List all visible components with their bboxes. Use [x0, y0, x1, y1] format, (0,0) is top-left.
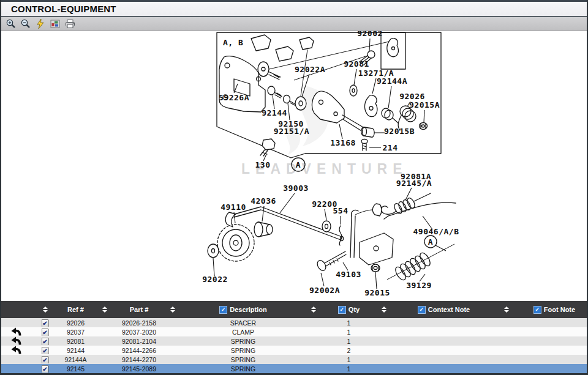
exploded-parts-diagram: A, B 920029208192022A13271/A92144A920269…: [1, 31, 588, 301]
part-label-49046-A-B[interactable]: 49046/A/B: [413, 227, 459, 236]
hotspots-icon[interactable]: [50, 18, 61, 29]
sort-icon[interactable]: [504, 306, 509, 313]
cell-arrow[interactable]: [1, 336, 31, 346]
part-label-92144A[interactable]: 92144A: [377, 76, 407, 86]
cell-select[interactable]: ✔: [31, 347, 59, 354]
part-gear-49110: [217, 225, 254, 261]
part-label-92015A[interactable]: 92015A: [409, 100, 440, 110]
part-label-92015B[interactable]: 92015B: [384, 127, 415, 136]
cell-qty: 1: [326, 338, 372, 345]
column-header-part[interactable]: Part #: [118, 306, 160, 313]
part-nut-92015: [371, 264, 380, 272]
cell-select[interactable]: ✔: [31, 329, 59, 336]
column-checkbox-qty[interactable]: ✓: [338, 306, 346, 314]
row-checkbox-icon[interactable]: ✔: [42, 347, 48, 354]
column-checkbox-context-note[interactable]: ✓: [418, 306, 426, 314]
part-screw-92144: [268, 86, 282, 98]
part-pedal-assembly: [350, 210, 393, 265]
sort-icon[interactable]: [170, 306, 175, 313]
row-checkbox-icon[interactable]: ✔: [42, 329, 48, 336]
print-icon[interactable]: [64, 18, 75, 29]
part-label-92144[interactable]: 92144: [262, 108, 287, 117]
part-label-92022A[interactable]: 92022A: [295, 65, 325, 74]
column-header-description[interactable]: ✓ Description: [185, 306, 301, 314]
cell-part: 92144-2270: [118, 356, 160, 363]
part-hook-13271: [364, 95, 377, 117]
cell-select[interactable]: ✔: [31, 319, 59, 327]
part-washer-92081: [350, 85, 357, 96]
part-bolt-130: [260, 139, 275, 156]
row-checkbox-icon[interactable]: ✔: [42, 319, 48, 327]
svg-text:A: A: [296, 160, 301, 169]
part-nut-92015A: [420, 123, 428, 130]
zoom-in-icon[interactable]: [6, 18, 17, 29]
cell-select[interactable]: ✔: [31, 338, 59, 345]
table-row[interactable]: ✔9203792037-2020CLAMP1: [1, 327, 587, 336]
part-label-92151-A[interactable]: 92151/A: [274, 127, 309, 136]
part-label-59226A[interactable]: 59226A: [219, 93, 249, 102]
part-label-49110[interactable]: 49110: [221, 202, 246, 212]
column-header-qty[interactable]: ✓ Qty: [326, 306, 372, 314]
part-label-92145-A[interactable]: 92145/A: [396, 179, 432, 188]
table-row[interactable]: ✔92144A92144-2270SPRING1: [1, 355, 587, 364]
link-arrow-icon[interactable]: [9, 346, 23, 355]
part-label-92081[interactable]: 92081: [344, 59, 369, 69]
cell-select[interactable]: ✔: [31, 356, 59, 363]
zoom-out-icon[interactable]: [20, 18, 31, 29]
part-label-130[interactable]: 130: [255, 160, 271, 169]
part-label-92002A[interactable]: 92002A: [309, 286, 340, 295]
cell-description: CLAMP: [185, 329, 301, 336]
cell-ref: 92037: [59, 329, 92, 336]
part-collar-42036: [254, 222, 273, 237]
part-screw-92150: [284, 95, 296, 106]
part-pin-554: [339, 226, 342, 245]
cell-ref: 92081: [59, 338, 92, 345]
table-row[interactable]: ✔9208192081-2104SPRING1: [1, 336, 587, 346]
row-checkbox-icon[interactable]: ✔: [42, 356, 48, 363]
link-arrow-icon[interactable]: [9, 336, 23, 346]
part-washer-92022A: [295, 97, 306, 110]
lightning-icon[interactable]: [35, 18, 46, 29]
table-header: Ref # Part # ✓ Description ✓ Qty ✓ Conte…: [1, 301, 587, 318]
part-label-92022[interactable]: 92022: [202, 275, 228, 284]
sort-icon[interactable]: [382, 306, 386, 313]
cell-arrow[interactable]: [1, 327, 31, 336]
parts-table-body: ✔9202692026-2158SPACER1✔9203792037-2020C…: [1, 318, 587, 373]
part-label-39129[interactable]: 39129: [406, 281, 432, 290]
cell-qty: 1: [326, 365, 372, 373]
table-row[interactable]: ✔9202692026-2158SPACER1: [1, 318, 587, 327]
link-arrow-icon[interactable]: [9, 327, 23, 336]
column-checkbox-foot-note[interactable]: ✓: [533, 306, 541, 314]
part-label-39003[interactable]: 39003: [283, 184, 309, 193]
table-row[interactable]: ✔9214492144-2266SPRING2: [1, 346, 587, 355]
sort-icon[interactable]: [43, 306, 48, 313]
sort-icon[interactable]: [311, 306, 316, 313]
cell-part: 92081-2104: [118, 338, 160, 345]
cell-qty: 1: [326, 329, 372, 336]
part-label-92002[interactable]: 92002: [357, 31, 383, 38]
part-label-214[interactable]: 214: [383, 143, 398, 152]
column-header-ref[interactable]: Ref #: [59, 306, 92, 313]
part-washer-92022: [208, 244, 219, 258]
column-header-foot-note[interactable]: ✓ Foot Note: [522, 306, 587, 314]
row-checkbox-icon[interactable]: ✔: [42, 338, 48, 345]
title-bar: CONTROL-EQUIPMENT: [1, 2, 587, 17]
part-label-554[interactable]: 554: [333, 206, 349, 215]
cell-arrow[interactable]: [1, 346, 31, 355]
part-label-49103[interactable]: 49103: [336, 270, 361, 279]
part-spring-92144A: [382, 108, 398, 123]
toolbar: [1, 17, 587, 31]
part-bolt-92002A: [315, 251, 346, 272]
sort-icon[interactable]: [102, 306, 107, 313]
part-label-13168[interactable]: 13168: [330, 138, 356, 147]
cell-ref: 92026: [59, 319, 92, 327]
cell-part: 92026-2158: [118, 319, 160, 327]
column-header-context-note[interactable]: ✓ Context Note: [396, 306, 491, 314]
part-label-92015[interactable]: 92015: [364, 288, 390, 297]
row-checkbox-icon[interactable]: ✔: [42, 365, 48, 373]
part-label-42036[interactable]: 42036: [251, 196, 276, 206]
cell-select[interactable]: ✔: [31, 365, 59, 373]
column-checkbox-description[interactable]: ✓: [219, 306, 227, 314]
part-label-92026[interactable]: 92026: [399, 92, 425, 101]
table-row[interactable]: ✔9214592145-2089SPRING1: [1, 364, 587, 373]
